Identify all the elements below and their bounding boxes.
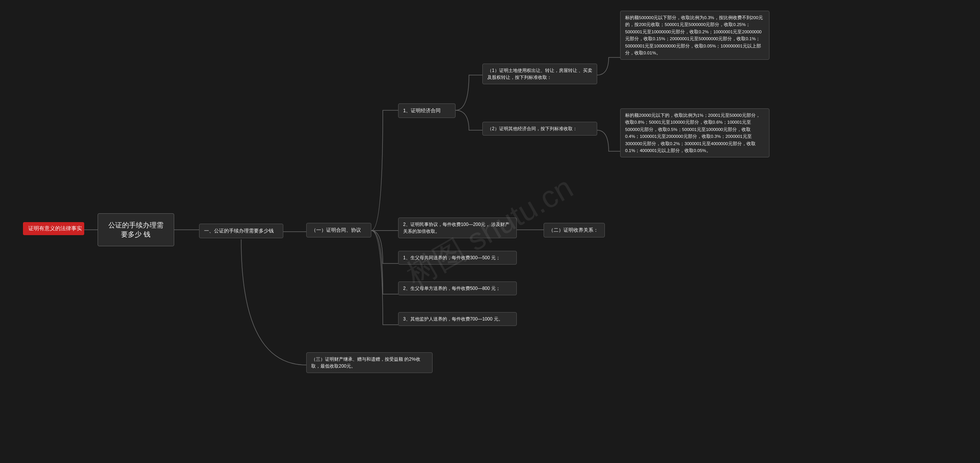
cat1-sub3-2-node: 2、生父母单方送养的，每件收费500—800 元； [398, 281, 517, 295]
detail2-node: 标的额20000元以下的，收取比例为1%；20001元至50000元部分，收取0… [620, 108, 769, 157]
level1-node: 一、公证的手续办理需要多少钱 [199, 224, 283, 238]
cat1-sub3-1-node: 1、生父母共同送养的，每件收费300—500 元； [398, 251, 517, 265]
econ1-sub1-node: （1）证明土地使用权出让、转让，房屋转让 、买卖及股权转让，按下列标准收取： [482, 64, 597, 84]
cat1-sub3-3-node: 3、其他监护人送养的，每件收费700—1000 元。 [398, 312, 517, 326]
root-label-node: 证明有意义的法律事实 [23, 222, 84, 235]
root-node: 公证的手续办理需要多少 钱 [98, 213, 174, 246]
cat1-sub2-node: 2、证明民事协议，每件收费100—200元， 涉及财产关系的加倍收取。 [398, 218, 517, 238]
detail1-node: 标的额500000元以下部分，收取比例为0.3%，按比例收费不到200元的，按2… [620, 11, 769, 60]
cat1-node: （一）证明合同、协议 [306, 223, 371, 237]
cat3-node: （三）证明财产继承、赠与和遗赠，按受益额 的2%收取，最低收取200元。 [306, 352, 433, 373]
cat1-sub1-node: 1、证明经济合同 [398, 103, 456, 118]
cat2-node: （二）证明收养关系： [544, 223, 605, 237]
econ1-sub2-node: （2）证明其他经济合同，按下列标准收取： [482, 122, 597, 136]
